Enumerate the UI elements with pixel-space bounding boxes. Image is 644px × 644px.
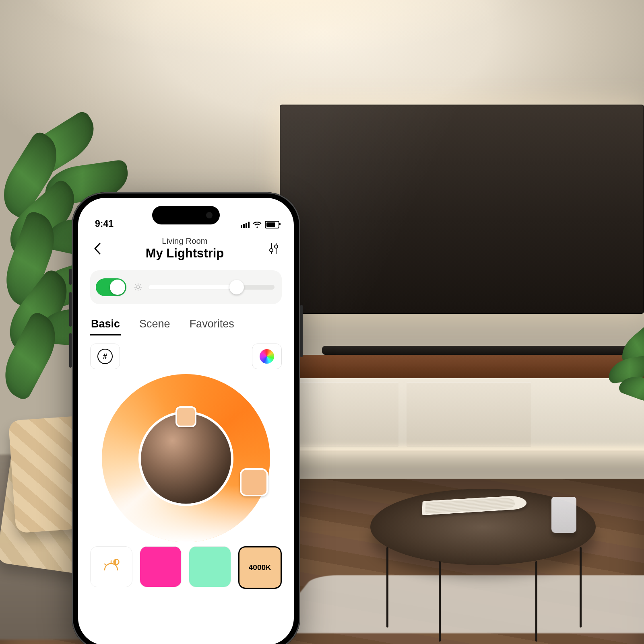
- svg-point-3: [275, 245, 278, 248]
- color-ring-handle-a[interactable]: [175, 406, 196, 427]
- power-toggle[interactable]: [96, 278, 126, 296]
- svg-line-10: [140, 289, 141, 290]
- svg-line-11: [135, 289, 136, 290]
- color-ring-handle-b[interactable]: [240, 468, 268, 496]
- preset-color-2[interactable]: [189, 546, 231, 587]
- mode-tabs: Basic Scene Favorites: [90, 316, 282, 335]
- status-time: 9:41: [95, 218, 114, 229]
- preset-temperature[interactable]: 4000K: [238, 546, 282, 589]
- settings-button[interactable]: [266, 240, 282, 257]
- svg-line-14: [105, 564, 106, 565]
- brightness-slider[interactable]: [148, 283, 275, 292]
- preset-temperature-label: 4000K: [249, 563, 271, 572]
- cellular-signal-icon: [241, 222, 250, 228]
- battery-icon: [265, 221, 279, 228]
- back-button[interactable]: [90, 239, 104, 258]
- hash-icon: #: [97, 349, 113, 364]
- svg-line-12: [140, 284, 141, 285]
- hex-input-button[interactable]: #: [90, 344, 120, 369]
- wifi-icon: [253, 222, 262, 228]
- tab-favorites[interactable]: Favorites: [189, 316, 235, 335]
- phone-frame: 9:41 Living Room: [72, 192, 300, 644]
- rgb-picker-button[interactable]: [252, 344, 282, 369]
- preset-color-1[interactable]: [140, 546, 182, 587]
- status-bar: 9:41: [78, 198, 294, 232]
- device-name: My Lightstrip: [104, 246, 266, 261]
- tab-scene[interactable]: Scene: [138, 316, 171, 335]
- preset-circadian[interactable]: [90, 546, 132, 587]
- room-label: Living Room: [104, 237, 266, 246]
- svg-point-4: [136, 286, 139, 288]
- tab-basic[interactable]: Basic: [90, 316, 121, 335]
- preset-row: 4000K: [90, 546, 282, 589]
- color-temperature-ring[interactable]: [90, 374, 282, 543]
- color-wheel-icon: [260, 349, 274, 364]
- svg-point-2: [270, 249, 273, 252]
- brightness-icon: [134, 283, 142, 292]
- svg-line-9: [135, 284, 136, 285]
- power-brightness-row: [90, 270, 282, 304]
- phone-screen: 9:41 Living Room: [78, 198, 294, 644]
